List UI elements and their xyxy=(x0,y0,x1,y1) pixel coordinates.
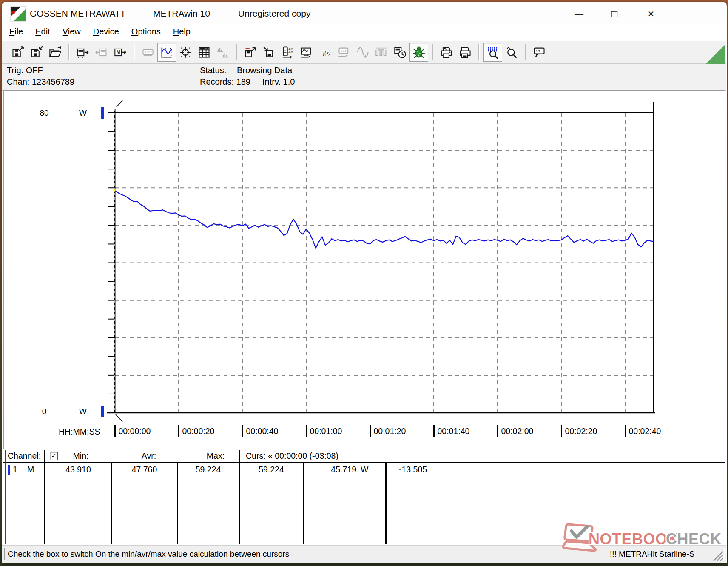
toolbar-print-preview-button[interactable] xyxy=(437,43,456,62)
header-max: Max: xyxy=(190,451,241,461)
table-divider xyxy=(177,463,178,544)
menu-device[interactable]: Device xyxy=(92,25,120,39)
channel-scale-marker-top xyxy=(101,107,104,119)
toolbar-separator xyxy=(236,44,237,60)
y-min-unit: W xyxy=(79,407,87,416)
toolbar-device-digits-button: 321 xyxy=(335,43,353,62)
toolbar-zoom-reset-button[interactable] xyxy=(502,43,521,62)
channel-scale-marker-bottom xyxy=(101,406,104,417)
toolbar-print-button[interactable] xyxy=(456,43,475,62)
toolbar-chart-view-button[interactable] xyxy=(157,43,176,62)
toolbar-separator xyxy=(432,44,433,60)
toolbar-analog-signal-button xyxy=(353,43,372,62)
records-count: Records: 189 xyxy=(200,77,250,87)
screen: GOSSEN METRAWATT METRAwin 10 Unregistere… xyxy=(0,0,728,566)
cell-channel-mode: M xyxy=(27,465,34,475)
statusbar-message: Check the box to switch On the min/avr/m… xyxy=(8,549,289,559)
power-trace-line xyxy=(115,191,654,248)
toolbar-numeric-display-button: 1257 xyxy=(139,43,157,62)
cell-cursor-b: 45.719 xyxy=(303,465,356,475)
svg-text:321: 321 xyxy=(341,49,347,53)
menu-edit[interactable]: Edit xyxy=(34,25,51,39)
toolbar-save-selection-button[interactable] xyxy=(260,43,279,62)
toolbar-zoom-curve-button[interactable] xyxy=(483,43,502,62)
menu-view[interactable]: View xyxy=(62,25,82,39)
notebookcheck-watermark: NOTEBOOK CHECK xyxy=(562,523,728,557)
table-divider xyxy=(385,463,387,544)
status-value: Browsing Data xyxy=(237,66,292,75)
channel-row-marker xyxy=(8,465,10,475)
menu-options[interactable]: Options xyxy=(131,25,162,39)
table-divider xyxy=(239,450,240,544)
toolbar-debug-button[interactable] xyxy=(410,43,428,62)
menu-items: FileEditViewDeviceOptionsHelp xyxy=(9,25,202,39)
y-min-label: 0 xyxy=(37,407,51,416)
toolbar-display-setup-button[interactable] xyxy=(297,43,316,62)
chart-plot[interactable] xyxy=(106,104,659,436)
toolbar: M12571.V.2.A.=f(x)3211/2: xyxy=(2,41,726,64)
header-channel: Channel: xyxy=(8,451,41,461)
toolbar-separator xyxy=(478,44,480,60)
cell-avr: 47.760 xyxy=(111,465,177,475)
toolbar-open-file-button[interactable] xyxy=(46,43,65,62)
app-logo-icon xyxy=(10,6,26,22)
trigger-status: Trig: OFF xyxy=(7,66,43,75)
close-button[interactable]: ✕ xyxy=(642,7,660,21)
table-divider xyxy=(303,463,304,544)
header-cursor: Curs: « 00:00:00 (-03:08) xyxy=(246,451,338,461)
toolbar-read-memory-button[interactable]: M xyxy=(111,43,130,62)
toolbar-annotation-button[interactable]: 1/2: xyxy=(530,43,549,62)
toolbar-separator xyxy=(134,44,135,60)
menu-file[interactable]: File xyxy=(9,25,24,39)
svg-text:1257: 1257 xyxy=(145,50,152,54)
svg-text:1/2:: 1/2: xyxy=(536,49,541,53)
toolbar-xy-view-button[interactable] xyxy=(176,43,195,62)
table-divider xyxy=(5,450,6,544)
toolbar-write-device-button xyxy=(92,43,111,62)
cell-cursor-a: 59.224 xyxy=(240,465,303,475)
cell-delta: -13.505 xyxy=(399,465,427,475)
menu-bar: FileEditViewDeviceOptionsHelp xyxy=(2,25,726,41)
y-max-label: 80 xyxy=(37,109,51,118)
toolbar-separator xyxy=(525,44,526,60)
svg-text:2.A.: 2.A. xyxy=(288,50,293,53)
app-vendor: GOSSEN METRAWATT xyxy=(30,9,126,19)
svg-text:=f(x): =f(x) xyxy=(319,50,330,56)
header-avr: Avr: xyxy=(123,451,174,461)
toolbar-channel-setup-button[interactable]: 1.V.2.A. xyxy=(279,43,297,62)
toolbar-formula-button[interactable]: =f(x) xyxy=(316,43,335,62)
table-divider xyxy=(44,450,46,544)
toolbar-save-export-button[interactable] xyxy=(9,43,27,62)
toolbar-export-data-button[interactable] xyxy=(241,43,260,62)
toolbar-table-view-button[interactable] xyxy=(195,43,213,62)
header-min: Min: xyxy=(55,451,106,461)
status-label: Status: xyxy=(200,66,226,75)
watermark-check: CHECK xyxy=(666,530,722,548)
title-bar: GOSSEN METRAWATT METRAwin 10 Unregistere… xyxy=(2,2,726,25)
menu-help[interactable]: Help xyxy=(172,25,191,39)
svg-text:M: M xyxy=(117,50,120,54)
cell-min: 43.910 xyxy=(46,465,111,475)
info-bar: Trig: OFF Chan: 123456789 Status: Browsi… xyxy=(2,64,726,91)
toolbar-read-device-button[interactable] xyxy=(74,43,92,62)
x-axis-format-label: HH:MM:SS xyxy=(59,427,100,437)
license-label: Unregistered copy xyxy=(238,9,310,19)
interval-value: Intrv. 1.0 xyxy=(262,77,295,87)
toolbar-save-import-button[interactable] xyxy=(27,43,46,62)
cell-channel-number: 1 xyxy=(13,465,17,475)
y-max-unit: W xyxy=(79,109,87,118)
maximize-button[interactable]: □ xyxy=(605,7,624,21)
toolbar-separator xyxy=(68,44,70,60)
cell-max: 59.224 xyxy=(178,465,239,475)
channel-status: Chan: 123456789 xyxy=(7,77,74,87)
cell-cursor-unit: W xyxy=(361,465,368,475)
toolbar-histogram-view-button xyxy=(213,43,232,62)
toolbar-time-setup-button[interactable] xyxy=(391,43,410,62)
toolbar-pulse-signal-button xyxy=(372,43,391,62)
watermark-notebook: NOTEBOOK xyxy=(589,530,679,548)
table-divider xyxy=(111,463,112,544)
minimize-button[interactable]: — xyxy=(570,7,589,21)
app-name: METRAwin 10 xyxy=(153,9,210,19)
